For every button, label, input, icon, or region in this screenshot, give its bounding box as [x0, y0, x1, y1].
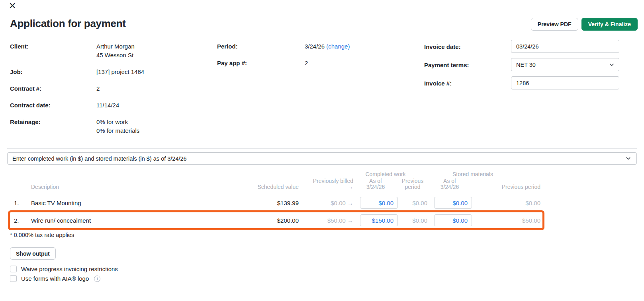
- aia-logo-row: Use forms with AIA® logo i: [10, 275, 118, 282]
- pay-app-row: Pay app #: 2: [217, 59, 416, 68]
- invoice-number-label: Invoice #:: [424, 76, 511, 88]
- completed-as-of-header: As of 3/24/26: [353, 178, 398, 190]
- contract-date-row: Contract date: 11/14/24: [10, 101, 209, 110]
- preview-pdf-button[interactable]: Preview PDF: [531, 18, 578, 31]
- previously-billed-amount: $50.00: [327, 217, 346, 224]
- period-label: Period:: [217, 42, 305, 51]
- previously-billed-header: Previously billed →: [299, 178, 353, 190]
- client-value: Arthur Morgan 45 Wesson St: [96, 42, 135, 60]
- period-row: Period: 3/24/26 (change): [217, 42, 416, 51]
- section-divider: [7, 148, 637, 149]
- invoice-date-label: Invoice date:: [424, 40, 511, 51]
- stored-as-of-header: As of 3/24/26: [427, 178, 472, 190]
- scheduled-value-cell: $200.00: [238, 217, 299, 224]
- chevron-down-icon: [625, 155, 632, 162]
- completed-work-group-header: Completed work: [353, 171, 427, 177]
- show-output-button[interactable]: Show output: [10, 247, 56, 260]
- job-row: Job: [137] project 1464: [10, 68, 209, 76]
- contract-number-label: Contract #:: [10, 84, 96, 93]
- description-header: Description: [31, 184, 238, 190]
- previously-billed-header-text: Previously billed: [313, 178, 353, 184]
- invoice-number-row: Invoice #:: [424, 76, 621, 89]
- stored-as-of-input[interactable]: [434, 214, 472, 226]
- row-description: Wire run/ concealment: [31, 217, 238, 224]
- period-value-wrap: 3/24/26 (change): [305, 42, 350, 51]
- details-left-column: Client: Arthur Morgan 45 Wesson St Job: …: [10, 42, 209, 143]
- contract-number-row: Contract #: 2: [10, 84, 209, 93]
- period-change-link[interactable]: (change): [326, 43, 350, 50]
- footer-checkboxes: Waive progress invoicing restrictions Us…: [10, 266, 118, 282]
- arrow-right-icon: →: [347, 217, 353, 224]
- client-address: 45 Wesson St: [96, 52, 133, 58]
- completed-as-of-input[interactable]: [360, 197, 398, 209]
- pay-app-value: 2: [305, 59, 308, 68]
- table-row-wire-run-concealment: 2. Wire run/ concealment $200.00 $50.00 …: [10, 212, 542, 228]
- stored-previous-header: Previous period: [472, 184, 540, 190]
- waive-restrictions-label: Waive progress invoicing restrictions: [21, 266, 118, 272]
- stored-previous-cell: $50.00: [472, 217, 540, 224]
- retainage-materials: 0% for materials: [96, 127, 139, 134]
- completed-previous-header: Previous period: [398, 178, 427, 190]
- payment-terms-value: NET 30: [516, 60, 536, 69]
- previously-billed-amount: $0.00: [331, 200, 346, 206]
- row-number: 2.: [10, 217, 31, 224]
- completed-previous-cell: $0.00: [398, 200, 427, 206]
- row-description: Basic TV Mounting: [31, 200, 238, 206]
- payment-terms-select[interactable]: NET 30: [511, 58, 619, 71]
- scheduled-value-header: Scheduled value: [238, 184, 299, 190]
- waive-restrictions-row: Waive progress invoicing restrictions: [10, 266, 118, 272]
- contract-date-value: 11/14/24: [96, 101, 119, 110]
- retainage-row: Retainage: 0% for work 0% for materials: [10, 118, 209, 135]
- stored-materials-group-header: Stored materials: [427, 171, 540, 177]
- retainage-value: 0% for work 0% for materials: [96, 118, 139, 135]
- arrow-right-icon: →: [299, 184, 353, 190]
- payment-terms-label: Payment terms:: [424, 58, 511, 70]
- period-value: 3/24/26: [305, 43, 325, 50]
- invoice-date-row: Invoice date:: [424, 40, 621, 53]
- retainage-label: Retainage:: [10, 118, 96, 135]
- waive-restrictions-checkbox[interactable]: [10, 266, 17, 272]
- invoice-number-input[interactable]: [511, 76, 619, 89]
- details-middle-column: Period: 3/24/26 (change) Pay app #: 2: [217, 42, 416, 76]
- row-number: 1.: [10, 200, 31, 206]
- worksheet-section-label: Enter completed work (in $) and stored m…: [12, 155, 187, 162]
- completed-previous-cell: $0.00: [398, 217, 427, 224]
- tax-rate-footnote: * 0.000% tax rate applies: [10, 232, 74, 238]
- previously-billed-cell: $50.00 →: [299, 217, 353, 224]
- chevron-down-icon: [609, 62, 615, 68]
- contract-number-value: 2: [96, 84, 100, 93]
- aia-logo-checkbox[interactable]: [10, 275, 17, 282]
- stored-as-of-input[interactable]: [434, 197, 472, 209]
- page-title: Application for payment: [10, 17, 126, 30]
- aia-logo-label: Use forms with AIA® logo: [21, 275, 89, 282]
- client-label: Client:: [10, 42, 96, 60]
- header-actions: Preview PDF Verify & Finalize: [531, 18, 638, 31]
- stored-previous-cell: $0.00: [472, 200, 540, 206]
- worksheet-section-header[interactable]: Enter completed work (in $) and stored m…: [7, 152, 637, 165]
- retainage-work: 0% for work: [96, 118, 128, 125]
- previously-billed-cell: $0.00 →: [299, 200, 353, 206]
- table-group-header-row: Completed work Stored materials: [10, 171, 542, 177]
- client-row: Client: Arthur Morgan 45 Wesson St: [10, 42, 209, 60]
- table-column-header-row: Description Scheduled value Previously b…: [10, 178, 542, 193]
- client-name: Arthur Morgan: [96, 43, 135, 50]
- job-label: Job:: [10, 68, 96, 76]
- line-items-table: Completed work Stored materials Descript…: [10, 171, 542, 228]
- contract-date-label: Contract date:: [10, 101, 96, 110]
- pay-app-label: Pay app #:: [217, 59, 305, 68]
- application-for-payment-modal: ✕ Application for payment Preview PDF Ve…: [0, 0, 644, 301]
- verify-finalize-button[interactable]: Verify & Finalize: [581, 18, 638, 31]
- table-row-basic-tv-mounting: 1. Basic TV Mounting $139.99 $0.00 → $0.…: [10, 195, 542, 211]
- invoice-date-input[interactable]: [511, 40, 619, 53]
- job-value: [137] project 1464: [96, 68, 144, 76]
- info-icon[interactable]: i: [94, 276, 100, 282]
- completed-as-of-input[interactable]: [360, 214, 398, 226]
- scheduled-value-cell: $139.99: [238, 200, 299, 206]
- payment-terms-row: Payment terms: NET 30: [424, 58, 621, 71]
- arrow-right-icon: →: [347, 200, 353, 206]
- details-right-column: Invoice date: Payment terms: NET 30 Invo…: [424, 40, 621, 95]
- close-icon[interactable]: ✕: [9, 2, 16, 10]
